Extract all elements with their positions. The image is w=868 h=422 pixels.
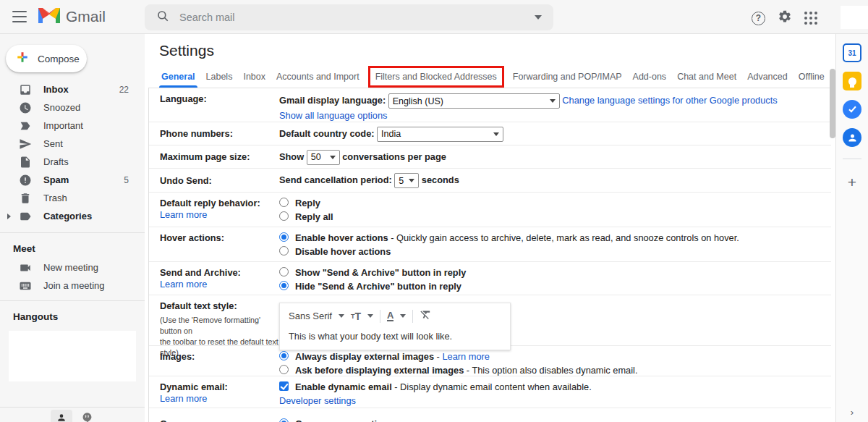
sidebar-item-new-meeting[interactable]: New meeting xyxy=(0,258,145,277)
tab-labels[interactable]: Labels xyxy=(204,67,235,86)
search-bar[interactable]: Search mail xyxy=(145,4,553,30)
sidebar-item-label: Snoozed xyxy=(43,102,80,113)
page-title: Settings xyxy=(159,42,214,59)
country-code-select[interactable]: India xyxy=(377,127,503,142)
keep-icon[interactable] xyxy=(843,72,861,90)
tab-accounts-and-import[interactable]: Accounts and Import xyxy=(274,67,362,86)
show-send-archive-radio[interactable] xyxy=(279,267,289,277)
sidebar-item-spam[interactable]: Spam 5 xyxy=(0,171,145,189)
hangouts-section-header: Hangouts xyxy=(0,307,145,326)
text-color-dropdown[interactable]: A xyxy=(387,311,393,321)
sidebar-item-drafts[interactable]: Drafts xyxy=(0,153,145,171)
sidebar-item-important[interactable]: Important xyxy=(0,117,145,135)
tab-offline[interactable]: Offline xyxy=(796,67,827,86)
sidebar-item-trash[interactable]: Trash xyxy=(0,189,145,207)
account-avatar[interactable] xyxy=(841,6,868,29)
sidebar-item-inbox[interactable]: Inbox 22 xyxy=(0,80,145,98)
sidebar-item-join-meeting[interactable]: Join a meeting xyxy=(0,277,145,295)
hangouts-tab-icon[interactable] xyxy=(80,410,94,422)
setting-row-default-text-style: Default text style: (Use the 'Remove for… xyxy=(149,295,831,346)
settings-gear-icon[interactable] xyxy=(778,9,792,27)
search-icon[interactable] xyxy=(156,9,169,25)
cancellation-period-select[interactable]: 5 xyxy=(394,173,419,188)
option-label: Show "Send & Archive" button in reply xyxy=(295,267,466,279)
text-style-toolbar: Sans Serif TT A xyxy=(280,303,510,328)
enable-dynamic-email-checkbox[interactable] xyxy=(279,381,289,391)
tab-add-ons[interactable]: Add-ons xyxy=(631,67,669,86)
hamburger-menu-icon[interactable] xyxy=(12,11,27,22)
divider xyxy=(0,300,145,301)
inbox-count: 22 xyxy=(119,85,129,95)
row-label: Hover actions: xyxy=(160,232,224,243)
hide-send-archive-radio[interactable] xyxy=(279,281,289,290)
reply-all-radio[interactable] xyxy=(279,211,289,221)
reply-radio[interactable] xyxy=(279,198,289,207)
topbar-actions: ? xyxy=(752,9,817,27)
search-options-chevron-icon[interactable] xyxy=(535,15,542,20)
enable-hover-radio[interactable] xyxy=(279,232,289,242)
control-suffix: seconds xyxy=(422,174,459,185)
font-family-dropdown[interactable]: Sans Serif xyxy=(289,311,332,322)
gmail-settings-screen: Gmail Search mail ? xyxy=(0,0,868,422)
tab-filters-and-blocked-addresses[interactable]: Filters and Blocked Addresses xyxy=(368,66,504,88)
learn-more-link[interactable]: Learn more xyxy=(160,393,207,404)
remove-formatting-icon[interactable] xyxy=(420,308,432,324)
page-size-select[interactable]: 50 xyxy=(307,150,340,165)
gmail-brand[interactable]: Gmail xyxy=(38,7,106,26)
divider xyxy=(843,159,861,159)
dropdown-caret-icon[interactable] xyxy=(339,314,344,318)
disable-hover-radio[interactable] xyxy=(279,246,289,256)
collapse-panel-chevron-icon[interactable]: › xyxy=(851,407,854,418)
google-apps-grid-icon[interactable] xyxy=(804,12,817,25)
tab-inbox[interactable]: Inbox xyxy=(241,67,268,86)
search-input[interactable]: Search mail xyxy=(179,12,535,23)
learn-more-link[interactable]: Learn more xyxy=(160,209,207,220)
dropdown-caret-icon[interactable] xyxy=(367,314,373,318)
tasks-icon[interactable] xyxy=(843,100,861,119)
expand-caret-icon[interactable] xyxy=(7,214,11,219)
developer-settings-link[interactable]: Developer settings xyxy=(279,395,356,406)
sidebar-item-sent[interactable]: Sent xyxy=(0,135,145,153)
sidebar-item-snoozed[interactable]: Snoozed xyxy=(0,98,145,117)
brand-text: Gmail xyxy=(66,8,106,25)
text-style-editor: Sans Serif TT A This is w xyxy=(279,303,511,350)
contacts-tab-icon[interactable] xyxy=(51,410,72,422)
content-scrollbar-thumb[interactable] xyxy=(830,69,835,138)
select-caret-icon xyxy=(409,179,414,182)
font-size-dropdown[interactable]: TT xyxy=(351,311,361,322)
clock-icon xyxy=(19,101,32,114)
tab-general[interactable]: General xyxy=(159,67,197,86)
option-label: Grammar suggestions on xyxy=(295,418,407,422)
inbox-icon xyxy=(19,83,32,96)
change-language-link[interactable]: Change language settings for other Googl… xyxy=(562,95,777,106)
control-label: Gmail display language: xyxy=(279,95,386,106)
setting-row-grammar: Grammar: Grammar suggestions on xyxy=(149,408,831,422)
control-label: Default country code: xyxy=(279,127,375,138)
contacts-icon[interactable] xyxy=(843,128,861,147)
compose-button[interactable]: Compose xyxy=(6,45,87,72)
tab-forwarding-pop-imap[interactable]: Forwarding and POP/IMAP xyxy=(511,67,624,86)
tab-chat-and-meet[interactable]: Chat and Meet xyxy=(675,67,739,86)
control-prefix: Show xyxy=(279,151,304,161)
learn-more-link[interactable]: Learn more xyxy=(160,279,207,290)
trash-icon xyxy=(19,192,32,205)
dropdown-caret-icon[interactable] xyxy=(400,314,406,318)
help-icon[interactable]: ? xyxy=(752,12,765,25)
draft-file-icon xyxy=(19,156,32,169)
always-display-images-radio[interactable] xyxy=(279,351,289,360)
get-add-ons-plus-icon[interactable]: + xyxy=(848,175,856,190)
calendar-icon[interactable]: 31 xyxy=(843,43,861,62)
tab-advanced[interactable]: Advanced xyxy=(745,67,790,86)
sidebar-item-label: New meeting xyxy=(43,262,98,273)
setting-row-dynamic-email: Dynamic email: Learn more Enable dynamic… xyxy=(149,376,831,408)
sidebar-item-label: Sent xyxy=(43,138,63,149)
option-label: Enable dynamic email xyxy=(295,381,392,392)
grammar-suggestions-on-radio[interactable] xyxy=(279,418,289,422)
sidebar-item-categories[interactable]: Categories xyxy=(0,207,145,225)
select-caret-icon xyxy=(550,99,556,103)
display-language-select[interactable]: English (US) xyxy=(388,93,560,109)
learn-more-link[interactable]: Learn more xyxy=(442,351,489,362)
option-label: Ask before displaying external images xyxy=(295,365,464,376)
ask-before-images-radio[interactable] xyxy=(279,365,289,374)
show-language-options-link[interactable]: Show all language options xyxy=(279,110,387,121)
